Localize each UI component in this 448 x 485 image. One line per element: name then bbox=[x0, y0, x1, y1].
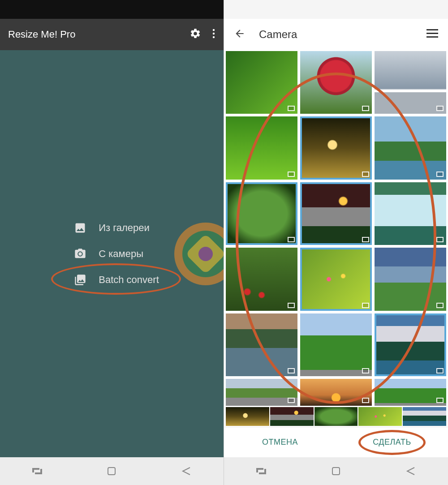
done-button[interactable]: СДЕЛАТЬ bbox=[336, 427, 448, 457]
thumbnail-stormy-field[interactable] bbox=[375, 248, 446, 310]
size-badge-icon bbox=[362, 303, 369, 308]
nav-home-button[interactable] bbox=[105, 465, 118, 477]
main-menu: Из галереи С камеры Batch convert bbox=[65, 221, 159, 287]
size-badge-icon bbox=[288, 368, 295, 373]
thumbnail-grass-macro[interactable] bbox=[226, 51, 297, 114]
svg-point-1 bbox=[213, 33, 215, 34]
menu-label-camera: С камеры bbox=[99, 248, 143, 260]
size-badge-icon bbox=[436, 303, 444, 308]
picker-title: Camera bbox=[259, 28, 426, 41]
picker-body: ОТМЕНА СДЕЛАТЬ bbox=[224, 50, 448, 457]
main-menu-area: Из галереи С камеры Batch convert bbox=[0, 50, 224, 457]
menu-icon[interactable] bbox=[426, 29, 438, 40]
status-bar bbox=[224, 0, 448, 19]
size-badge-icon bbox=[436, 106, 444, 111]
image-icon bbox=[73, 221, 87, 235]
thumbnail-river-reflection[interactable] bbox=[226, 313, 297, 376]
nav-back-button[interactable] bbox=[405, 465, 417, 477]
thumbnail-moonrise[interactable] bbox=[300, 182, 372, 245]
menu-item-batch[interactable]: Batch convert bbox=[73, 273, 159, 287]
android-navbar bbox=[0, 457, 224, 485]
picker-app-bar: Camera bbox=[224, 19, 448, 50]
nav-recents-button[interactable] bbox=[31, 465, 43, 477]
thumbnail-valley[interactable] bbox=[375, 379, 446, 406]
size-badge-icon bbox=[362, 398, 369, 403]
strip-thumbnail[interactable] bbox=[270, 407, 314, 426]
android-navbar bbox=[224, 457, 448, 485]
svg-rect-5 bbox=[426, 33, 438, 34]
camera-icon bbox=[73, 247, 87, 261]
size-badge-icon bbox=[362, 106, 369, 111]
size-badge-icon bbox=[288, 398, 295, 403]
batch-convert-icon bbox=[73, 273, 87, 287]
size-badge-icon bbox=[436, 237, 444, 242]
thumbnail-golf-course[interactable] bbox=[300, 313, 372, 376]
bottom-button-bar: ОТМЕНА СДЕЛАТЬ bbox=[224, 427, 448, 457]
settings-icon[interactable] bbox=[190, 28, 201, 41]
overflow-menu-icon[interactable] bbox=[212, 28, 215, 41]
thumbnail-sunset[interactable] bbox=[300, 379, 372, 406]
size-badge-icon bbox=[362, 368, 369, 373]
strip-thumbnail[interactable] bbox=[358, 407, 402, 426]
thumbnail-raspberry[interactable] bbox=[300, 51, 372, 114]
watermark-logo bbox=[174, 223, 224, 285]
menu-label-batch: Batch convert bbox=[99, 274, 159, 286]
thumbnail-night-tree[interactable] bbox=[300, 116, 372, 179]
svg-rect-6 bbox=[426, 36, 438, 38]
thumbnail-architecture[interactable] bbox=[375, 51, 446, 114]
app-title: Resize Me! Pro bbox=[8, 29, 190, 40]
status-bar bbox=[0, 0, 224, 19]
cancel-button[interactable]: ОТМЕНА bbox=[224, 427, 336, 457]
thumbnail-lake-mountains[interactable] bbox=[375, 116, 446, 179]
svg-point-0 bbox=[213, 29, 215, 31]
thumbnail-strawberries[interactable] bbox=[226, 248, 297, 310]
size-badge-icon bbox=[436, 398, 444, 403]
svg-rect-4 bbox=[426, 29, 438, 30]
size-badge-icon bbox=[362, 237, 369, 242]
size-badge-icon bbox=[288, 172, 295, 177]
nav-back-button[interactable] bbox=[180, 465, 193, 477]
size-badge-icon bbox=[436, 368, 444, 373]
app-bar: Resize Me! Pro bbox=[0, 19, 224, 50]
thumbnail-waterfall[interactable] bbox=[375, 182, 446, 245]
dual-screenshot-container: Resize Me! Pro bbox=[0, 0, 448, 485]
strip-thumbnail[interactable] bbox=[314, 407, 358, 426]
thumbnail-green-leaves[interactable] bbox=[226, 116, 297, 179]
done-label: СДЕЛАТЬ bbox=[373, 438, 411, 447]
svg-rect-3 bbox=[108, 468, 115, 475]
size-badge-icon bbox=[436, 172, 444, 177]
thumbnail-flowers-field[interactable] bbox=[300, 248, 372, 310]
thumbnail-leaf-plant[interactable] bbox=[226, 182, 297, 245]
strip-thumbnail[interactable] bbox=[226, 407, 269, 426]
size-badge-icon bbox=[288, 303, 295, 308]
size-badge-icon bbox=[288, 106, 295, 111]
image-grid[interactable] bbox=[224, 50, 448, 406]
screen-left-main: Resize Me! Pro bbox=[0, 0, 224, 485]
size-badge-icon bbox=[362, 172, 369, 177]
menu-item-gallery[interactable]: Из галереи bbox=[73, 221, 159, 235]
menu-label-gallery: Из галереи bbox=[99, 222, 150, 234]
strip-thumbnail[interactable] bbox=[403, 407, 446, 426]
screen-right-picker: Camera ОТМЕНА СДЕЛАТЬ bbox=[224, 0, 448, 485]
menu-item-camera[interactable]: С камеры bbox=[73, 247, 159, 261]
back-arrow-icon[interactable] bbox=[234, 28, 246, 41]
selection-strip bbox=[224, 406, 448, 427]
thumbnail-road-trees[interactable] bbox=[226, 379, 297, 406]
cancel-label: ОТМЕНА bbox=[262, 438, 298, 447]
nav-recents-button[interactable] bbox=[255, 465, 267, 477]
nav-home-button[interactable] bbox=[330, 465, 342, 477]
size-badge-icon bbox=[288, 237, 295, 242]
svg-rect-7 bbox=[332, 468, 340, 475]
thumbnail-mountain-lake[interactable] bbox=[375, 313, 446, 376]
svg-point-2 bbox=[213, 36, 215, 38]
